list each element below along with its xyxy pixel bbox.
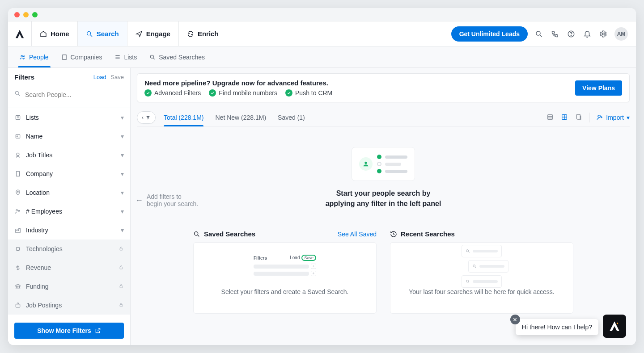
collapse-filters-pill[interactable]: ‹ (137, 111, 156, 124)
nav-home[interactable]: Home (31, 21, 78, 46)
view-plans-button[interactable]: View Plans (575, 80, 622, 96)
home-icon (40, 30, 47, 38)
window-min-dot[interactable] (23, 12, 29, 17)
svg-line-16 (153, 58, 155, 59)
filter-revenue[interactable]: Revenue (8, 258, 130, 277)
filters-sidebar: Filters Load Save Lists ▾ Name (8, 68, 131, 345)
chat-close-button[interactable]: ✕ (510, 315, 520, 324)
external-icon (95, 328, 101, 334)
search-icon (86, 30, 93, 38)
banner-feat: Push to CRM (285, 89, 332, 97)
brand-logo[interactable] (8, 21, 31, 46)
view-grid-button[interactable] (561, 113, 569, 122)
filter-funding[interactable]: Funding (8, 277, 130, 296)
people-icon (20, 54, 26, 60)
settings-button[interactable] (598, 29, 608, 39)
chevron-left-icon: ‹ (142, 114, 144, 121)
funnel-icon (145, 115, 151, 120)
subtab-people[interactable]: People (13, 46, 55, 67)
filters-search (8, 84, 130, 108)
chat-launcher[interactable] (603, 315, 626, 338)
filter-employees[interactable]: # Employees ▾ (8, 202, 130, 221)
global-search-button[interactable] (534, 29, 544, 39)
gear-icon (599, 30, 607, 38)
card-desc: Your last four searches will be here for… (398, 287, 566, 296)
check-icon (209, 89, 216, 97)
show-more-label: Show More Filters (37, 327, 91, 334)
sidebar-footer: Show More Filters (8, 316, 130, 345)
building-icon (61, 54, 68, 60)
filter-label: # Employees (26, 208, 62, 215)
show-more-filters-button[interactable]: Show More Filters (14, 323, 124, 339)
user-plus-icon (596, 114, 603, 121)
filter-job-postings[interactable]: Job Postings (8, 296, 130, 315)
subtab-saved-searches[interactable]: Saved Searches (143, 46, 211, 67)
list-icon (14, 114, 21, 121)
window-max-dot[interactable] (32, 12, 38, 17)
filter-label: Name (26, 133, 42, 140)
filter-company[interactable]: Company ▾ (8, 164, 130, 183)
svg-rect-33 (120, 267, 123, 269)
filter-lists[interactable]: Lists ▾ (8, 108, 130, 127)
svg-point-17 (15, 91, 18, 94)
view-list-button[interactable] (547, 113, 555, 122)
tab-netnew[interactable]: Net New (228.1M) (215, 109, 266, 126)
help-button[interactable] (566, 29, 576, 39)
svg-point-24 (17, 153, 19, 155)
filters-load-link[interactable]: Load (93, 74, 106, 80)
chevron-down-icon: ▾ (121, 189, 124, 196)
see-all-saved-link[interactable]: See All Saved (338, 231, 377, 238)
window-close-dot[interactable] (14, 12, 20, 17)
filter-label: Revenue (26, 264, 51, 271)
import-label: Import (606, 114, 624, 121)
name-icon (14, 133, 21, 140)
export-button[interactable] (575, 113, 583, 122)
user-avatar[interactable]: AM (614, 27, 628, 41)
mini-filters-illus: FiltersLoadSave + + (254, 255, 316, 278)
card-desc: Select your filters and create a Saved S… (201, 287, 369, 296)
tab-total[interactable]: Total (228.1M) (164, 109, 203, 126)
import-button[interactable]: Import ▾ (596, 114, 630, 121)
filters-save-link[interactable]: Save (110, 74, 124, 80)
get-leads-button[interactable]: Get Unlimited Leads (451, 26, 528, 42)
lock-icon (119, 264, 124, 271)
svg-rect-47 (577, 114, 580, 119)
nav-search[interactable]: Search (78, 21, 127, 46)
building-icon (14, 170, 21, 177)
filter-name[interactable]: Name ▾ (8, 127, 130, 146)
subtab-lists[interactable]: Lists (108, 46, 143, 67)
chevron-down-icon: ▾ (121, 151, 124, 159)
svg-point-5 (571, 35, 571, 36)
filter-industry[interactable]: Industry ▾ (8, 221, 130, 240)
notifications-button[interactable] (582, 29, 592, 39)
nav-engage[interactable]: Engage (127, 21, 179, 46)
saved-search-icon (193, 231, 200, 238)
subtab-companies[interactable]: Companies (55, 46, 109, 67)
svg-rect-25 (17, 172, 20, 176)
dollar-icon (14, 264, 21, 271)
filters-search-input[interactable] (14, 87, 124, 102)
filter-technologies[interactable]: Technologies (8, 240, 130, 258)
svg-point-51 (364, 162, 367, 164)
svg-rect-40 (120, 305, 123, 307)
search-icon (535, 30, 543, 38)
people-icon (14, 208, 21, 215)
chat-bubble[interactable]: ✕ Hi there! How can I help? (516, 319, 598, 335)
svg-rect-9 (63, 55, 66, 59)
svg-point-15 (151, 55, 154, 58)
empty-illustration (352, 147, 415, 181)
svg-point-27 (17, 191, 18, 192)
recent-searches-card: Your last four searches will be here for… (390, 242, 573, 314)
filter-job-titles[interactable]: Job Titles ▾ (8, 146, 130, 164)
filter-location[interactable]: Location ▾ (8, 183, 130, 202)
apollo-logo-icon (15, 29, 25, 39)
svg-point-28 (16, 210, 18, 211)
app-window: Home Search Engage Enrich Get Unlimited … (8, 8, 636, 345)
tab-saved[interactable]: Saved (1) (278, 109, 305, 126)
sub-nav: People Companies Lists Saved Searches (8, 46, 636, 68)
nav-enrich[interactable]: Enrich (179, 21, 227, 46)
upgrade-banner: Need more pipeline? Upgrade now for adva… (137, 73, 630, 102)
bank-icon (14, 283, 21, 290)
saved-searches-col: Saved Searches See All Saved FiltersLoad… (193, 230, 377, 314)
phone-button[interactable] (550, 29, 560, 39)
